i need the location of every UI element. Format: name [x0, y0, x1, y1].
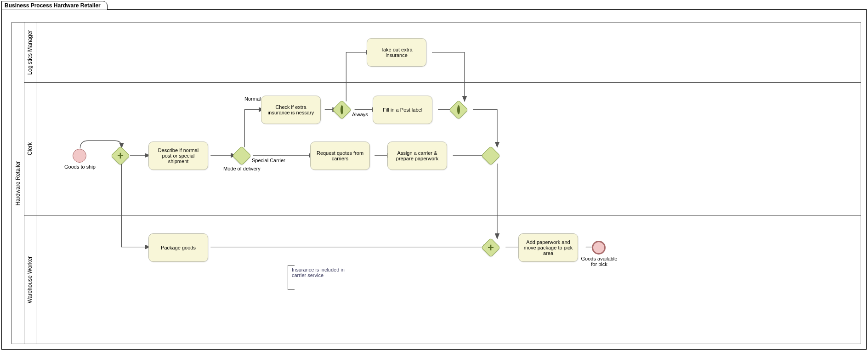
start-event — [73, 149, 86, 163]
gateway-parallel-join: + — [482, 239, 499, 256]
gateway-exclusive-merge — [482, 147, 499, 164]
gateway-mode-of-delivery — [233, 147, 250, 164]
task-label: Fill in a Post label — [383, 107, 422, 113]
ring-icon — [340, 107, 343, 113]
diagram-container: Business Process Hardware Retailer Hardw… — [0, 0, 868, 351]
pool-title-text: Business Process Hardware Retailer — [5, 2, 101, 9]
lane-label-warehouse: Warehouse Worker — [27, 256, 33, 303]
task-check-insurance: Check if extra insurance is nessary — [261, 96, 321, 124]
task-label: Describe if normal post or special shipm… — [153, 147, 204, 164]
end-event — [592, 241, 606, 255]
task-assign-carrier: Assign a carrier & prepare paperwork — [387, 142, 447, 170]
pool-label-strip: Hardware Retailer — [12, 23, 24, 344]
ring-icon — [457, 107, 460, 113]
lane-label-strip-logistics: Logistics Manager — [24, 23, 36, 82]
gateway-label-mode: Mode of delivery — [223, 166, 261, 171]
edge-label-special-carrier: Special Carrier — [252, 158, 285, 163]
annotation: Insurance is included in carrier service — [288, 265, 355, 290]
task-label: Check if extra insurance is nessary — [265, 104, 317, 115]
task-add-paperwork: Add paperwork and move package to pick a… — [518, 233, 578, 262]
task-describe-shipment: Describe if normal post or special shipm… — [148, 142, 208, 170]
pool-title: Business Process Hardware Retailer — [1, 1, 108, 10]
plus-icon: + — [488, 243, 494, 252]
annotation-text: Insurance is included in carrier service — [292, 267, 345, 278]
plus-icon: + — [117, 152, 124, 160]
pool-label: Hardware Retailer — [15, 161, 21, 205]
task-label: Assign a carrier & prepare paperwork — [391, 150, 443, 161]
edge-label-always: Always — [352, 112, 368, 117]
lane-label-logistics: Logistics Manager — [27, 30, 33, 74]
task-label: Package goods — [161, 245, 196, 250]
flow-layer — [36, 23, 861, 344]
task-fill-post-label: Fill in a Post label — [373, 96, 432, 124]
lane-label-strip-warehouse: Warehouse Worker — [24, 215, 36, 344]
gateway-inclusive-split — [334, 102, 350, 118]
gateway-inclusive-merge — [450, 102, 467, 118]
task-take-insurance: Take out extra insurance — [367, 38, 426, 67]
gateway-parallel-split: + — [112, 147, 129, 164]
task-label: Request quotes from carriers — [314, 150, 366, 161]
lane-label-clerk: Clerk — [27, 142, 33, 155]
task-label: Add paperwork and move package to pick a… — [522, 239, 574, 256]
task-package-goods: Package goods — [148, 233, 208, 262]
pool: Hardware Retailer Logistics Manager Cler… — [11, 22, 861, 344]
end-event-label: Goods available for pick — [581, 256, 618, 267]
task-label: Take out extra insurance — [371, 47, 422, 58]
canvas: Goods to ship + Describe if normal post … — [36, 23, 861, 344]
start-event-label: Goods to ship — [62, 164, 98, 170]
task-request-quotes: Request quotes from carriers — [310, 142, 370, 170]
lane-label-strip-clerk: Clerk — [24, 82, 36, 215]
